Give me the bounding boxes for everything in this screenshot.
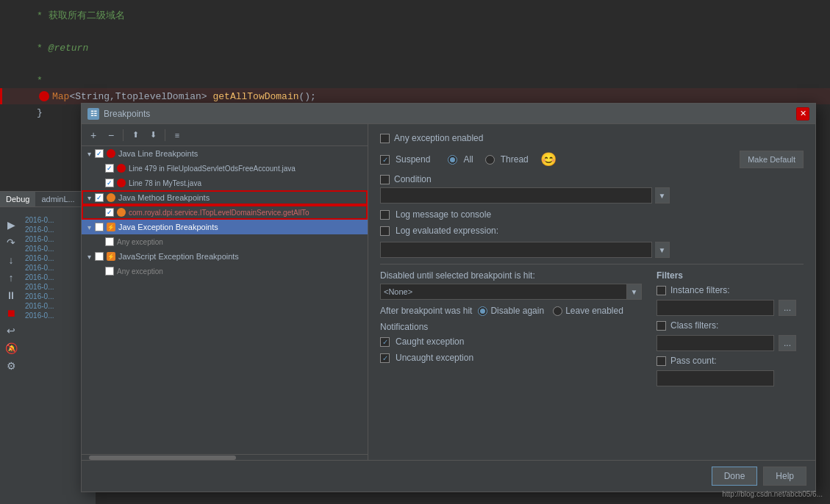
step-out-button[interactable]: ↑: [3, 270, 19, 286]
dialog-title-text: Breakpoints: [104, 109, 150, 119]
class-filters-dots-btn[interactable]: ...: [779, 335, 796, 351]
pause-button[interactable]: ⏸: [3, 287, 19, 303]
pass-count-input[interactable]: [657, 370, 774, 386]
log-evaluated-input-row: ▼: [380, 242, 804, 258]
log-message-row: Log message to console: [380, 209, 804, 220]
tree-item-label: Any exception: [117, 267, 163, 276]
tree-item-js-exception-bp[interactable]: ▾ ⚡ JavaScript Exception Breakpoints: [82, 249, 368, 264]
class-filters-label: Class filters:: [670, 320, 718, 331]
log-evaluated-input[interactable]: [380, 242, 652, 258]
log-evaluated-row: Log evaluated expression:: [380, 226, 804, 236]
remove-breakpoint-button[interactable]: −: [104, 128, 118, 143]
log-evaluated-dropdown-btn[interactable]: ▼: [655, 242, 670, 258]
code-highlight-line: Map<String,TtoplevelDomian> getAllTowDom…: [0, 88, 830, 104]
disabled-until-input[interactable]: [380, 284, 627, 300]
condition-dropdown-btn[interactable]: ▼: [655, 187, 670, 204]
tree-item-java-method-bp[interactable]: ▾ ✓ Java Method Breakpoints: [82, 190, 368, 205]
step-into-button[interactable]: ↓: [3, 252, 19, 268]
disable-again-radio[interactable]: [478, 306, 487, 316]
tree-item-label: Line 78 in MyTest.java: [129, 179, 201, 187]
stop-button[interactable]: ⏹: [3, 305, 19, 321]
disabled-until-label: Disabled until selected breakpoint is hi…: [380, 270, 642, 281]
rerun-button[interactable]: ↩: [3, 323, 19, 339]
instance-filters-checkbox[interactable]: [657, 286, 666, 295]
expand-arrow: ▾: [85, 252, 93, 261]
leave-enabled-option[interactable]: Leave enabled: [553, 306, 623, 316]
step-over-button[interactable]: ↷: [3, 234, 19, 251]
tree-checkbox[interactable]: [95, 223, 104, 231]
code-line: [0, 24, 830, 40]
pass-count-checkbox[interactable]: [657, 356, 666, 366]
notifications-section: Notifications ✓ Caught exception ✓ Uncau…: [380, 322, 642, 363]
tree-checkbox[interactable]: ✓: [105, 208, 114, 217]
class-filters-checkbox[interactable]: [657, 321, 666, 331]
import-button[interactable]: ⬇: [146, 128, 160, 143]
breakpoints-tree[interactable]: ▾ ✓ Java Line Breakpoints ✓ Line 479 in …: [82, 146, 368, 454]
tree-checkbox[interactable]: [105, 237, 114, 246]
all-label: All: [463, 154, 473, 165]
condition-input[interactable]: [380, 187, 652, 204]
thread-radio[interactable]: [485, 155, 495, 165]
tree-item-line-479[interactable]: ✓ Line 479 in FileUploadServletOdsFreeAc…: [82, 161, 368, 176]
instance-filters-dots-btn[interactable]: ...: [779, 300, 796, 316]
after-hit-label: After breakpoint was hit: [380, 306, 472, 316]
tree-item-label: JavaScript Exception Breakpoints: [118, 252, 239, 261]
left-options: Disabled until selected breakpoint is hi…: [380, 270, 642, 391]
debug-tab-debugger[interactable]: Debug: [0, 192, 35, 206]
disabled-until-dropdown-btn[interactable]: ▼: [627, 284, 642, 300]
debug-tab-admin[interactable]: adminL...: [35, 192, 80, 206]
code-line: * @return: [0, 40, 830, 56]
log-evaluated-section: Log evaluated expression: ▼: [380, 226, 804, 258]
help-button[interactable]: Help: [763, 467, 806, 486]
log-evaluated-checkbox[interactable]: [380, 226, 390, 236]
any-exception-row: Any exception enabled: [380, 133, 804, 143]
disable-again-option[interactable]: Disable again: [478, 306, 544, 316]
code-line: * 获取所有二级域名: [0, 7, 830, 24]
tree-item-java-line-bp[interactable]: ▾ ✓ Java Line Breakpoints: [82, 146, 368, 161]
all-radio[interactable]: [448, 155, 457, 165]
settings-button[interactable]: ⚙: [3, 358, 19, 374]
uncaught-exception-checkbox[interactable]: ✓: [380, 353, 390, 363]
disabled-until-row: Disabled until selected breakpoint is hi…: [380, 270, 642, 300]
dialog-footer: Done Help: [82, 460, 815, 492]
tree-item-com-royal[interactable]: ✓ com.royal.dpi.service.ITopLevelDomainS…: [82, 205, 368, 220]
class-filters-input[interactable]: [657, 335, 774, 351]
done-button[interactable]: Done: [712, 467, 758, 486]
condition-row: Condition: [380, 174, 804, 184]
tree-item-js-any-exception[interactable]: Any exception: [82, 264, 368, 278]
group-button[interactable]: ≡: [170, 128, 185, 143]
condition-checkbox[interactable]: [380, 175, 390, 184]
breakpoints-dialog: ☷ Breakpoints ✕ + − ⬆ ⬇ ≡: [81, 103, 816, 492]
suspend-checkbox[interactable]: ✓: [380, 155, 390, 165]
make-default-button[interactable]: Make Default: [740, 151, 804, 168]
export-button[interactable]: ⬆: [128, 128, 143, 143]
tree-checkbox[interactable]: ✓: [105, 179, 114, 187]
tree-checkbox[interactable]: ✓: [95, 193, 104, 202]
tree-item-line-78[interactable]: ✓ Line 78 in MyTest.java: [82, 176, 368, 190]
tree-checkbox[interactable]: [95, 252, 104, 261]
resume-button[interactable]: ▶: [3, 217, 19, 233]
mute-button[interactable]: 🔕: [3, 340, 19, 356]
caught-exception-checkbox[interactable]: ✓: [380, 337, 390, 347]
thread-label: Thread: [501, 154, 529, 165]
filters-section: Filters Instance filters: ... Class filt…: [657, 270, 804, 391]
notifications-title: Notifications: [380, 322, 642, 332]
tree-item-any-exception[interactable]: Any exception: [82, 234, 368, 249]
exception-breakpoint-icon: ⚡: [107, 223, 115, 231]
toolbar-separator: [165, 129, 165, 141]
tree-checkbox[interactable]: ✓: [95, 149, 104, 158]
dialog-body: + − ⬆ ⬇ ≡ ▾ ✓ Java Line Breakpoints: [82, 124, 815, 460]
close-button[interactable]: ✕: [796, 107, 809, 120]
tree-checkbox[interactable]: ✓: [105, 164, 114, 173]
any-exception-checkbox[interactable]: [380, 134, 390, 143]
instance-filters-input[interactable]: [657, 300, 774, 316]
tree-item-java-exception-bp[interactable]: ▾ ⚡ Java Exception Breakpoints: [82, 220, 368, 234]
tree-checkbox[interactable]: [105, 267, 114, 276]
pass-count-label: Pass count:: [670, 356, 717, 366]
log-message-checkbox[interactable]: [380, 210, 390, 220]
breakpoints-scrollbar[interactable]: [82, 454, 368, 460]
add-breakpoint-button[interactable]: +: [86, 128, 101, 143]
leave-enabled-radio[interactable]: [553, 306, 562, 316]
suspend-row: ✓ Suspend All Thread 😊 Make Default: [380, 151, 804, 168]
dialog-titlebar: ☷ Breakpoints ✕: [82, 104, 815, 124]
